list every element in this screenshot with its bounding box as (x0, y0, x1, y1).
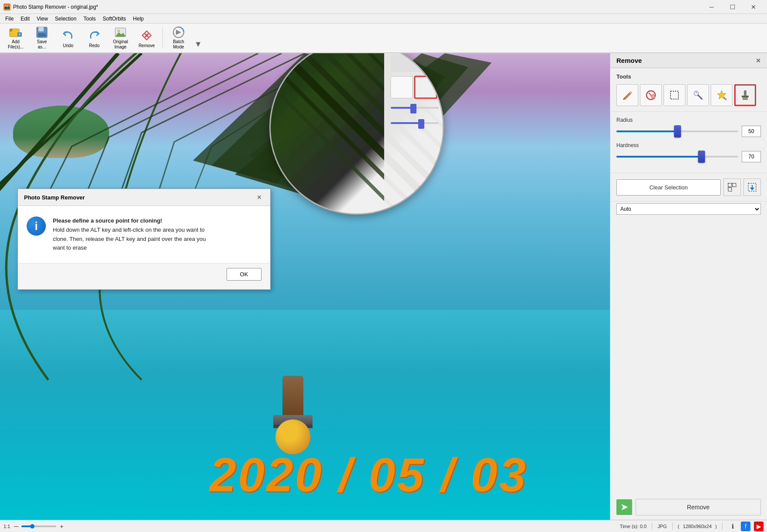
magic-eraser-tool[interactable] (640, 84, 662, 106)
save-selection-button[interactable] (723, 178, 741, 196)
svg-point-8 (117, 30, 120, 32)
batch-mode-icon (172, 26, 186, 38)
remove-icon (140, 28, 154, 42)
status-sep-2 (672, 523, 673, 530)
radius-slider-track[interactable] (616, 130, 738, 132)
dialog-body: i Please define a source point for cloni… (18, 206, 270, 263)
remove-row: ➤ Remove (610, 494, 767, 520)
magic-wand-tool[interactable] (687, 84, 709, 106)
svg-rect-43 (733, 183, 736, 187)
hardness-slider-thumb[interactable] (698, 151, 705, 163)
remove-action-button[interactable]: Remove (636, 499, 761, 515)
tools-grid (616, 84, 761, 106)
time-label: Time (s): 0.0 (620, 524, 647, 529)
hardness-label: Hardness (616, 142, 761, 148)
zoom-indicator: 1:1 (3, 524, 10, 529)
star-tool[interactable] (711, 84, 733, 106)
radius-row: Radius 50 (616, 117, 761, 137)
dialog-message-line2: Hold down the ALT key and left-click on … (53, 227, 205, 233)
undo-label: Undo (63, 43, 73, 48)
panel-title: Remove (616, 57, 642, 64)
clone-stamp-tool[interactable] (734, 84, 756, 106)
title-bar-left: 📷 Photo Stamp Remover - original.jpg* (3, 3, 98, 10)
load-selection-button[interactable] (743, 178, 761, 196)
info-icon-btn[interactable]: ℹ (728, 522, 737, 531)
youtube-icon-btn[interactable]: ▶ (754, 522, 764, 531)
clear-selection-button[interactable]: Clear Selection (616, 179, 721, 196)
zoom-slider[interactable] (21, 525, 56, 527)
remove-button-label: Remove (687, 504, 709, 511)
batch-mode-button[interactable]: BatchMode (166, 26, 191, 50)
rect-select-tool[interactable] (664, 84, 685, 106)
action-row: Clear Selection (616, 178, 761, 196)
menu-tools[interactable]: Tools (80, 15, 99, 23)
toolbar-more-btn[interactable]: ▼ (193, 38, 204, 51)
zoom-label: 1:1 (3, 524, 10, 529)
svg-rect-44 (728, 188, 732, 191)
zoom-minus-btn[interactable]: ─ (13, 523, 20, 530)
minimize-button[interactable]: ─ (702, 0, 722, 14)
menu-selection[interactable]: Selection (52, 15, 80, 23)
dialog-title: Photo Stamp Remover (24, 194, 85, 201)
panel-close-button[interactable]: ✕ (756, 57, 761, 64)
right-panel: Remove ✕ Tools (610, 53, 767, 520)
status-sep-3 (722, 523, 722, 530)
main-area: 2020 / 05 / 03 (0, 53, 767, 520)
maximize-button[interactable]: ☐ (722, 0, 743, 14)
dropdown-row: Auto Manual (610, 202, 767, 216)
dialog-message-line3: clone. Then, release the ALT key and pai… (53, 236, 206, 242)
dialog-message-line1: Please define a source point for cloning… (53, 217, 162, 224)
dialog-close-button[interactable]: ✕ (255, 192, 264, 202)
add-files-button[interactable]: + AddFile(s)... (3, 26, 28, 50)
status-sep-1 (652, 523, 652, 530)
panel-header: Remove ✕ (610, 53, 767, 68)
svg-rect-42 (728, 183, 732, 187)
add-files-label: AddFile(s)... (8, 39, 24, 50)
mode-dropdown[interactable]: Auto Manual (616, 203, 761, 215)
radius-slider-thumb[interactable] (674, 125, 681, 137)
facebook-icon-btn[interactable]: f (741, 522, 750, 531)
dialog-footer: OK (18, 263, 270, 289)
svg-rect-39 (744, 90, 746, 96)
svg-rect-33 (671, 91, 678, 99)
save-as-button[interactable]: Saveas... (30, 26, 54, 50)
tools-section-title: Tools (616, 73, 761, 80)
hardness-value[interactable]: 70 (742, 151, 761, 162)
undo-icon (61, 28, 75, 42)
redo-button[interactable]: Redo (82, 26, 107, 50)
dialog-message: Please define a source point for cloning… (53, 216, 206, 253)
ok-button[interactable]: OK (227, 268, 261, 281)
radius-slider-fill (616, 130, 678, 132)
pencil-tool[interactable] (616, 84, 638, 106)
panel-spacer (610, 216, 767, 494)
dialog-message-line4: want to erase (53, 244, 87, 251)
menu-file[interactable]: File (2, 15, 17, 23)
radius-value[interactable]: 50 (742, 126, 761, 137)
canvas-area[interactable]: 2020 / 05 / 03 (0, 53, 610, 520)
svg-rect-6 (38, 33, 46, 37)
dimensions-value: 1280x960x24 (683, 524, 712, 529)
hardness-slider-track[interactable] (616, 156, 738, 158)
dialog-overlay: Photo Stamp Remover ✕ i Please define a … (0, 53, 610, 520)
save-icon (35, 26, 49, 38)
toolbar-separator (162, 27, 163, 48)
menu-softorbits[interactable]: SoftOrbits (99, 15, 129, 23)
close-button[interactable]: ✕ (743, 0, 764, 14)
hardness-slider-container: 70 (616, 151, 761, 162)
remove-label: Remove (138, 43, 155, 48)
save-as-label: Saveas... (37, 39, 47, 50)
dialog: Photo Stamp Remover ✕ i Please define a … (17, 189, 271, 290)
menu-bar: File Edit View Selection Tools SoftOrbit… (0, 14, 767, 24)
undo-button[interactable]: Undo (56, 26, 80, 50)
menu-edit[interactable]: Edit (17, 15, 33, 23)
svg-marker-1 (10, 29, 12, 31)
radius-slider-container: 50 (616, 126, 761, 137)
original-image-button[interactable]: OriginalImage (108, 26, 133, 50)
zoom-plus-btn[interactable]: + (58, 523, 65, 530)
status-right: Time (s): 0.0 JPG ( 1280x960x24 ) ℹ f ▶ (620, 522, 764, 531)
menu-view[interactable]: View (33, 15, 52, 23)
hardness-slider-fill (616, 156, 702, 158)
remove-toolbar-button[interactable]: Remove (134, 26, 159, 50)
tools-section: Tools (610, 68, 767, 112)
menu-help[interactable]: Help (130, 15, 148, 23)
